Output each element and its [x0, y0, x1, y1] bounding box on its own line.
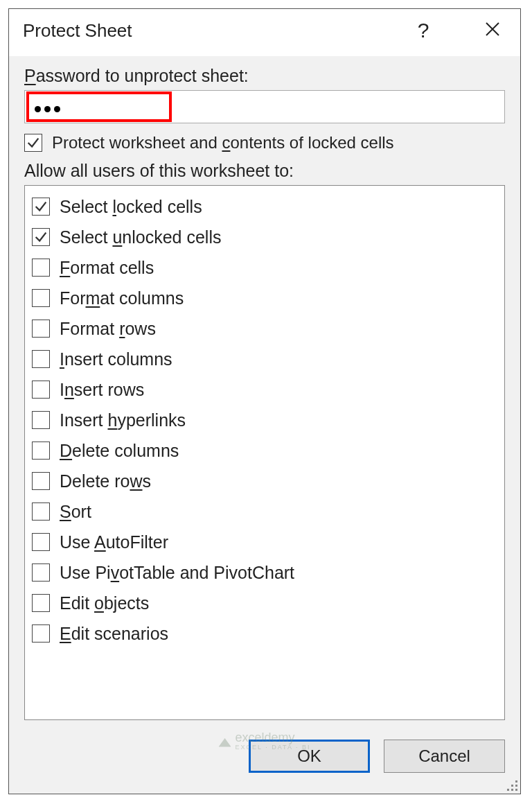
permission-label: Insert rows [60, 380, 144, 400]
permission-label: Select locked cells [60, 197, 202, 217]
permission-label: Edit objects [60, 593, 149, 613]
window-controls: ? [409, 19, 506, 42]
permission-label: Format rows [60, 319, 156, 339]
permission-row[interactable]: Format rows [32, 313, 497, 344]
dialog-buttons: OK Cancel [9, 720, 520, 794]
permission-checkbox[interactable] [32, 594, 50, 612]
protect-contents-label: Protect worksheet and contents of locked… [52, 133, 394, 152]
permissions-listbox[interactable]: Select locked cellsSelect unlocked cells… [24, 185, 505, 720]
permission-label: Format columns [60, 288, 184, 308]
permission-row[interactable]: Edit scenarios [32, 618, 497, 649]
permission-checkbox[interactable] [32, 624, 50, 643]
protect-sheet-dialog: Protect Sheet ? Password to unprotect sh… [8, 8, 521, 794]
permission-row[interactable]: Edit objects [32, 588, 497, 618]
permission-row[interactable]: Insert columns [32, 344, 497, 374]
password-mask [35, 97, 64, 116]
permission-checkbox[interactable] [32, 228, 50, 246]
permission-row[interactable]: Delete columns [32, 435, 497, 466]
permission-checkbox[interactable] [32, 503, 50, 521]
permission-row[interactable]: Select locked cells [32, 191, 497, 222]
resize-gripper-icon[interactable] [504, 777, 517, 791]
permission-checkbox[interactable] [32, 259, 50, 277]
permission-label: Sort [60, 502, 91, 522]
permission-label: Delete rows [60, 471, 151, 491]
permission-checkbox[interactable] [32, 320, 50, 338]
permission-label: Select unlocked cells [60, 227, 221, 247]
permission-checkbox[interactable] [32, 472, 50, 490]
permission-label: Use PivotTable and PivotChart [60, 563, 294, 583]
password-highlight [26, 91, 172, 122]
permission-label: Insert hyperlinks [60, 410, 186, 430]
permission-row[interactable]: Format cells [32, 252, 497, 283]
permission-label: Edit scenarios [60, 624, 168, 644]
permission-row[interactable]: Insert hyperlinks [32, 405, 497, 435]
permission-checkbox[interactable] [32, 198, 50, 216]
permission-checkbox[interactable] [32, 411, 50, 429]
close-icon[interactable] [479, 19, 506, 42]
permission-row[interactable]: Use PivotTable and PivotChart [32, 557, 497, 588]
permission-checkbox[interactable] [32, 533, 50, 551]
dialog-title: Protect Sheet [23, 20, 132, 42]
permission-row[interactable]: Format columns [32, 283, 497, 313]
permission-checkbox[interactable] [32, 563, 50, 582]
help-icon[interactable]: ? [409, 19, 437, 42]
protect-contents-row[interactable]: Protect worksheet and contents of locked… [24, 133, 505, 152]
permission-label: Format cells [60, 258, 154, 278]
password-label: Password to unprotect sheet: [24, 66, 505, 86]
permission-checkbox[interactable] [32, 381, 50, 399]
permission-checkbox[interactable] [32, 289, 50, 307]
permission-row[interactable]: Insert rows [32, 374, 497, 405]
permission-row[interactable]: Use AutoFilter [32, 527, 497, 557]
permission-checkbox[interactable] [32, 350, 50, 368]
protect-contents-checkbox[interactable] [24, 134, 42, 152]
ok-button[interactable]: OK [249, 740, 370, 773]
permission-row[interactable]: Sort [32, 496, 497, 527]
permission-label: Use AutoFilter [60, 532, 168, 552]
permission-checkbox[interactable] [32, 442, 50, 460]
password-input[interactable] [24, 90, 505, 123]
permission-label: Delete columns [60, 441, 179, 461]
titlebar: Protect Sheet ? [9, 9, 520, 56]
allow-users-label: Allow all users of this worksheet to: [24, 161, 505, 181]
permission-label: Insert columns [60, 349, 172, 369]
dialog-content: Password to unprotect sheet: Protect wor… [9, 56, 520, 720]
cancel-button[interactable]: Cancel [384, 740, 505, 773]
permission-row[interactable]: Select unlocked cells [32, 222, 497, 252]
permission-row[interactable]: Delete rows [32, 466, 497, 496]
